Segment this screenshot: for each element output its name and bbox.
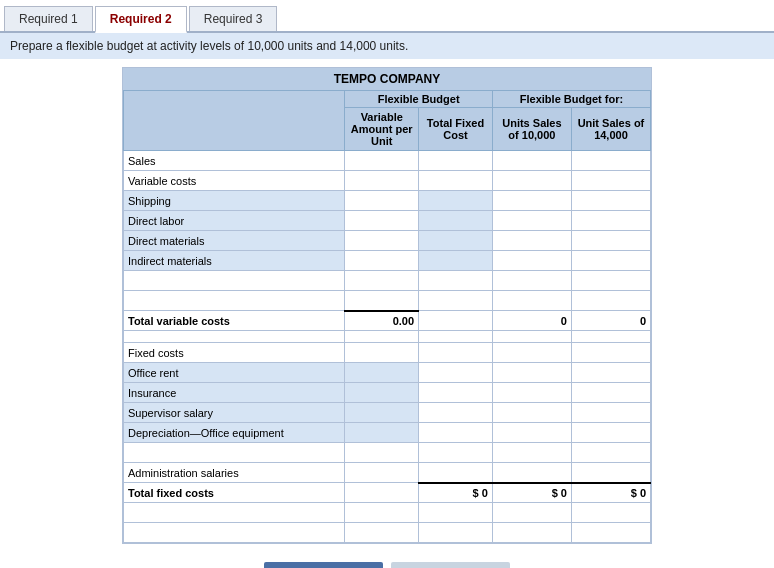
- tabs-container: Required 1 Required 2 Required 3: [0, 0, 774, 33]
- label-total-variable: Total variable costs: [124, 311, 345, 331]
- input-directmat-10000[interactable]: [492, 231, 571, 251]
- row-blank-2: [124, 291, 651, 311]
- header-row-1: Flexible Budget Flexible Budget for:: [124, 91, 651, 108]
- value-totalfixed-10000: $ 0: [492, 483, 571, 503]
- input-directmat-var[interactable]: [345, 231, 419, 251]
- row-insurance: Insurance: [124, 383, 651, 403]
- row-blank-1: [124, 271, 651, 291]
- value-total-14000: 0: [571, 311, 650, 331]
- input-admin-fixed[interactable]: [419, 463, 493, 483]
- input-directlabor-14000[interactable]: [571, 211, 650, 231]
- input-insurance-14000[interactable]: [571, 383, 650, 403]
- label-insurance: Insurance: [124, 383, 345, 403]
- header-flexible-budget: Flexible Budget: [345, 91, 493, 108]
- input-indirectmat-var[interactable]: [345, 251, 419, 271]
- input-admin-14000[interactable]: [571, 463, 650, 483]
- value-total-var: 0.00: [345, 311, 419, 331]
- label-sales: Sales: [124, 151, 345, 171]
- row-fixed-costs: Fixed costs: [124, 343, 651, 363]
- row-supervisor-salary: Supervisor salary: [124, 403, 651, 423]
- label-depreciation: Depreciation—Office equipment: [124, 423, 345, 443]
- row-depreciation: Depreciation—Office equipment: [124, 423, 651, 443]
- input-blank1-10000[interactable]: [492, 271, 571, 291]
- row-admin-salaries: Administration salaries: [124, 463, 651, 483]
- input-indirectmat-14000[interactable]: [571, 251, 650, 271]
- input-bottom1-14000[interactable]: [571, 503, 650, 523]
- input-blankfixed-10000[interactable]: [492, 443, 571, 463]
- input-blank2-var[interactable]: [345, 291, 419, 311]
- input-insurance-fixed[interactable]: [419, 383, 493, 403]
- tab-required2[interactable]: Required 2: [95, 6, 187, 33]
- content-area: TEMPO COMPANY Flexible Budget Flexible B…: [0, 59, 774, 568]
- header-units-14000: Unit Sales of 14,000: [571, 108, 650, 151]
- input-officerent-10000[interactable]: [492, 363, 571, 383]
- input-directmat-14000[interactable]: [571, 231, 650, 251]
- input-officerent-fixed[interactable]: [419, 363, 493, 383]
- table-wrapper: TEMPO COMPANY Flexible Budget Flexible B…: [122, 67, 652, 544]
- label-supervisor-salary: Supervisor salary: [124, 403, 345, 423]
- value-total-10000: 0: [492, 311, 571, 331]
- input-bottom2-14000[interactable]: [571, 523, 650, 543]
- row-spacer: [124, 331, 651, 343]
- row-bottom-2: [124, 523, 651, 543]
- header-units-10000: Units Sales of 10,000: [492, 108, 571, 151]
- input-officerent-14000[interactable]: [571, 363, 650, 383]
- input-shipping-var[interactable]: [345, 191, 419, 211]
- input-supervisor-fixed[interactable]: [419, 403, 493, 423]
- row-blank-fixed: [124, 443, 651, 463]
- header-var-amount: Variable Amount per Unit: [345, 108, 419, 151]
- row-bottom-1: [124, 503, 651, 523]
- row-direct-labor: Direct labor: [124, 211, 651, 231]
- row-indirect-materials: Indirect materials: [124, 251, 651, 271]
- input-bottom2-fixed[interactable]: [419, 523, 493, 543]
- company-title: TEMPO COMPANY: [123, 68, 651, 90]
- row-sales: Sales: [124, 151, 651, 171]
- input-blank2-14000[interactable]: [571, 291, 650, 311]
- label-shipping: Shipping: [124, 191, 345, 211]
- input-indirectmat-10000[interactable]: [492, 251, 571, 271]
- input-blankfixed-fixed[interactable]: [419, 443, 493, 463]
- info-bar: Prepare a flexible budget at activity le…: [0, 33, 774, 59]
- label-fixed-costs: Fixed costs: [124, 343, 345, 363]
- input-bottom1-10000[interactable]: [492, 503, 571, 523]
- row-total-fixed: Total fixed costs $ 0 $ 0 $ 0: [124, 483, 651, 503]
- input-shipping-14000[interactable]: [571, 191, 650, 211]
- input-depreciation-10000[interactable]: [492, 423, 571, 443]
- input-sales-14000[interactable]: [571, 151, 650, 171]
- input-insurance-10000[interactable]: [492, 383, 571, 403]
- input-bottom2-10000[interactable]: [492, 523, 571, 543]
- value-totalfixed-14000: $ 0: [571, 483, 650, 503]
- header-flexible-budget-for: Flexible Budget for:: [492, 91, 650, 108]
- next-button[interactable]: Required 3 >: [391, 562, 510, 568]
- row-total-variable: Total variable costs 0.00 0 0: [124, 311, 651, 331]
- input-sales-10000[interactable]: [492, 151, 571, 171]
- row-shipping: Shipping: [124, 191, 651, 211]
- label-office-rent: Office rent: [124, 363, 345, 383]
- input-supervisor-10000[interactable]: [492, 403, 571, 423]
- row-direct-materials: Direct materials: [124, 231, 651, 251]
- input-blankfixed-14000[interactable]: [571, 443, 650, 463]
- input-blank1-14000[interactable]: [571, 271, 650, 291]
- label-total-fixed: Total fixed costs: [124, 483, 345, 503]
- tab-required1[interactable]: Required 1: [4, 6, 93, 31]
- input-directlabor-10000[interactable]: [492, 211, 571, 231]
- main-table: Flexible Budget Flexible Budget for: Var…: [123, 90, 651, 543]
- input-blank2-10000[interactable]: [492, 291, 571, 311]
- input-shipping-10000[interactable]: [492, 191, 571, 211]
- row-office-rent: Office rent: [124, 363, 651, 383]
- back-button[interactable]: < Required 2: [264, 562, 383, 568]
- tab-required3[interactable]: Required 3: [189, 6, 278, 31]
- input-bottom1-fixed[interactable]: [419, 503, 493, 523]
- input-sales-var[interactable]: [345, 151, 419, 171]
- label-admin-salaries: Administration salaries: [124, 463, 345, 483]
- header-total-fixed: Total Fixed Cost: [419, 108, 493, 151]
- input-depreciation-fixed[interactable]: [419, 423, 493, 443]
- input-supervisor-14000[interactable]: [571, 403, 650, 423]
- value-totalfixed-fixed: $ 0: [419, 483, 493, 503]
- label-indirect-materials: Indirect materials: [124, 251, 345, 271]
- input-sales-fixed[interactable]: [419, 151, 493, 171]
- input-admin-10000[interactable]: [492, 463, 571, 483]
- input-depreciation-14000[interactable]: [571, 423, 650, 443]
- input-directlabor-var[interactable]: [345, 211, 419, 231]
- input-blank1-var[interactable]: [345, 271, 419, 291]
